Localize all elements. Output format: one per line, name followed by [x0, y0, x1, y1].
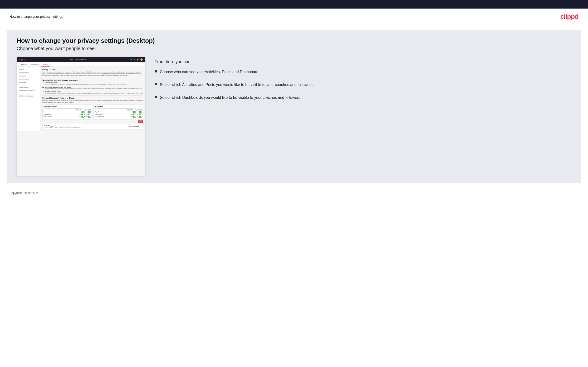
mock-radio-coachonly-btn: [42, 91, 44, 93]
mock-manual-coaches-toggle: ON: [79, 116, 85, 117]
mock-chevron-data: ›: [38, 72, 38, 73]
mock-nav-performance: My Performance: [76, 59, 86, 60]
mock-sidebar-golfbag-label: My Golf Bag: [19, 82, 26, 83]
mock-icons: 🔍 ⊞ 🔔: [130, 58, 143, 61]
mock-drills-toggles: ON ON: [79, 114, 91, 115]
mock-logo: clippd: [19, 59, 25, 61]
bullet-item-1: Choose who can see your Activities, Post…: [155, 69, 571, 75]
mock-drills-coaches-toggle: ON: [79, 114, 85, 115]
bullet-square-3: [155, 96, 157, 98]
screenshot-mockup: clippd Home My Performance 🔍 ⊞ 🔔 My Prof…: [17, 57, 145, 176]
mock-rounds-label: Rounds: [43, 111, 48, 113]
mock-sidebar-privacy-label: Privacy Controls: [19, 79, 29, 80]
mock-app: clippd Home My Performance 🔍 ⊞ 🔔 My Prof…: [17, 57, 145, 176]
mock-tab-bar: My Profile Connections Settings: [17, 62, 145, 67]
mock-radio-followers-content: Only Approved Followers and Your Coach O…: [45, 86, 142, 90]
mock-rounds-coaches-toggle: ON: [79, 111, 85, 113]
mock-radio-followers-desc: Only approved followers and coaches you …: [45, 88, 142, 90]
mock-sidebar-help-label: Help & Support ↗: [19, 86, 30, 88]
mock-chevron-golf: ›: [38, 82, 38, 83]
bullet-list: Choose who can see your Activities, Post…: [155, 69, 571, 100]
mock-showhide-desc: Regardless of the privacy controls that …: [42, 100, 143, 103]
mock-sidebar-help: Help & Support ↗: [17, 85, 40, 89]
mock-who-title: Who Can See Your Activities and Dashboar…: [42, 79, 143, 81]
header-divider: [9, 25, 579, 25]
mock-playerdash-toggles: ON ON: [130, 111, 142, 113]
mock-dash-title: Dashboards: [95, 106, 142, 107]
mock-avatar: [140, 58, 143, 61]
main-content-area: How to change your privacy settings (Des…: [7, 30, 581, 183]
mock-manual-label: Manual Activities: [43, 116, 52, 117]
from-here-title: From here you can:: [155, 59, 571, 64]
mock-toggle-rounds-coaches: [81, 111, 85, 113]
mock-activities-section: Activities and Posts Select the types of…: [42, 105, 143, 119]
mock-radio-coachonly-content: Only You and Your Coach Only you and the…: [45, 91, 143, 94]
mock-sidebar-service-label: Service & Privacy Policy ↗: [19, 90, 35, 91]
mock-sidebar-version: Clippd Client Version: 2022.8.2SQL Serve…: [17, 94, 40, 98]
content-row: clippd Home My Performance 🔍 ⊞ 🔔 My Prof…: [17, 57, 571, 176]
mock-toggle-drills-followers: [87, 114, 91, 115]
mock-nav-links: Home My Performance: [69, 59, 86, 60]
mock-coaches-header: COACHES: [75, 109, 82, 111]
mock-toggle-ri-followers: [139, 114, 142, 115]
mock-sidebar-dataintegrations-label: Data Integrations: [19, 72, 29, 73]
mock-manual-toggles: ON ON: [79, 116, 91, 117]
mock-divider1: [42, 78, 143, 78]
mock-radio-coachonly-label: Only You and Your Coach: [45, 91, 143, 92]
mock-toggle-pd-coaches: [132, 111, 136, 113]
mock-sidebar-subscription: Subscription ›: [17, 74, 40, 78]
mock-tab-connections: Connections: [29, 62, 41, 67]
mock-rounds-followers-toggle: ON: [86, 111, 91, 113]
mock-dash-header: COACHES FOLLOWERS: [95, 109, 142, 111]
footer: Copyright Clippd 2022: [0, 188, 588, 199]
mock-radio-everyone: Everyone on Clippd Everyone on Clippd ca…: [42, 82, 143, 85]
header-title: How to change your privacy settings: [9, 15, 63, 18]
mock-act-header: COACHES FOLLOWERS: [43, 109, 91, 111]
mock-dash-row-roundinsights: Round Insights ON ON: [95, 114, 142, 115]
mock-dashboards-col: Dashboards Select the types of activity …: [94, 105, 143, 119]
mock-act-title: Activities and Posts: [43, 106, 91, 107]
mock-dash-row-player: Player Dashboard ON ON: [95, 111, 142, 113]
mock-drills-label: Practice Drills: [43, 114, 51, 115]
mock-save-row: Save: [42, 120, 143, 123]
mock-act-desc: Select the types of activity that you'd …: [43, 108, 91, 109]
mock-dash-coaches-header: COACHES: [126, 109, 133, 111]
mock-wtwon-coaches-toggle: ON: [130, 116, 136, 117]
page-subheading: Choose what you want people to see: [17, 46, 571, 51]
mock-toggle-manual-followers: [87, 116, 91, 117]
mock-dash-followers-header: FOLLOWERS: [135, 109, 142, 111]
mock-grid-icon: ⊞: [134, 59, 135, 61]
mock-save-button[interactable]: Save: [138, 120, 143, 123]
mock-radio-followers: Only Approved Followers and Your Coach O…: [42, 86, 143, 90]
mock-rounds-toggles: ON ON: [79, 111, 91, 113]
mock-main-panel: Privacy Controls Control how you and you…: [40, 67, 145, 131]
mock-visit-btn[interactable]: Visit Our Community: [127, 125, 141, 128]
mock-toggle-ri-coaches: [132, 114, 136, 115]
mock-sidebar-myaccount: Account ›: [17, 68, 40, 71]
mock-radio-followers-btn: [42, 87, 44, 88]
mock-radio-followers-label: Only Approved Followers and Your Coach: [45, 86, 142, 88]
mock-dash-row-whattoworkon: What To Work On ON ON: [95, 116, 142, 117]
mock-body: Account › Data Integrations › Subscripti…: [17, 67, 145, 131]
mock-wtwon-toggles: ON ON: [130, 116, 142, 117]
bullet-square-1: [155, 70, 157, 72]
mock-chevron-sub: ›: [38, 75, 38, 77]
right-panel: From here you can: Choose who can see yo…: [155, 57, 571, 108]
mock-sidebar-service: Service & Privacy Policy ↗: [17, 89, 40, 92]
top-nav-bar: [0, 0, 588, 8]
bullet-square-2: [155, 83, 157, 85]
mock-pd-followers-toggle: ON: [137, 111, 142, 113]
mock-radio-group: Everyone on Clippd Everyone on Clippd ca…: [42, 82, 143, 94]
mock-manual-followers-toggle: ON: [86, 116, 91, 117]
mock-bell-icon: 🔔: [137, 59, 139, 61]
bullet-text-2: Select which Activities and Posts you wo…: [160, 82, 314, 88]
mock-drills-followers-toggle: ON: [86, 114, 91, 115]
mock-sidebar: Account › Data Integrations › Subscripti…: [17, 67, 40, 131]
mock-radio-coachonly-desc: Only you and the coaches you connect wit…: [45, 93, 143, 94]
copyright-text: Copyright Clippd 2022: [9, 192, 38, 195]
mock-search-icon: 🔍: [130, 59, 132, 61]
mock-radio-everyone-content: Everyone on Clippd Everyone on Clippd ca…: [45, 82, 126, 85]
bullet-text-3: Select which Dashboards you would like t…: [160, 95, 301, 100]
mock-radio-everyone-desc: Everyone on Clippd can search for you an…: [45, 83, 126, 85]
mock-showhide-title: Show or hide specific features in Clippd: [42, 97, 143, 99]
